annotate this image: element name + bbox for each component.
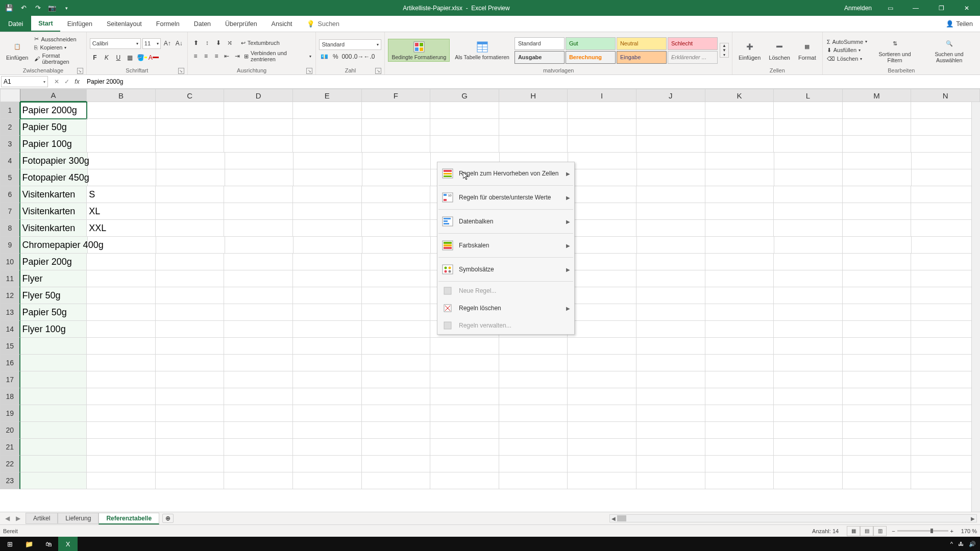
cell[interactable] [20,405,87,422]
cell[interactable] [362,388,431,405]
style-bad[interactable]: Schlecht [668,37,718,50]
cell[interactable] [911,338,980,355]
cell[interactable] [568,439,636,456]
conditional-formatting-button[interactable]: Bedingte Formatierung [388,39,450,62]
cell[interactable] [774,254,843,270]
cell[interactable] [499,355,568,371]
minimize-button[interactable]: — [904,1,927,15]
undo-icon[interactable]: ↶ [19,4,28,12]
cell[interactable] [774,422,843,439]
copy-button[interactable]: ⎘Kopieren▾ [33,44,83,51]
cell[interactable] [87,388,156,405]
cell[interactable] [636,287,705,304]
cell[interactable] [362,119,431,136]
cell[interactable] [499,422,568,439]
cell[interactable] [88,169,157,186]
cell[interactable] [636,119,705,136]
cell[interactable] [705,371,774,388]
cell[interactable] [224,439,293,456]
camera-icon[interactable]: 📷 [48,4,56,12]
cell[interactable] [705,136,774,153]
cell[interactable] [911,136,980,153]
cell[interactable] [843,321,912,338]
cell[interactable] [224,371,293,388]
cell[interactable] [293,338,362,355]
tray-up-icon[interactable]: ^ [950,541,953,547]
redo-icon[interactable]: ↷ [34,4,42,12]
cell[interactable] [87,321,156,338]
row-header[interactable]: 21 [0,439,20,456]
zoom-slider[interactable] [897,530,948,532]
start-button[interactable]: ⊞ [0,537,19,551]
cell[interactable] [843,119,912,136]
cell[interactable] [843,338,912,355]
cell[interactable] [911,439,980,456]
cell[interactable] [568,136,636,153]
row-header[interactable]: 18 [0,388,20,405]
cell[interactable] [843,371,912,388]
cell[interactable] [87,119,156,136]
cell[interactable] [293,270,362,287]
cell[interactable] [224,456,293,472]
cell[interactable] [774,136,843,153]
increase-decimal-button[interactable]: .0→ [353,52,363,62]
border-button[interactable]: ▦ [125,53,135,63]
row-header[interactable]: 1 [0,102,20,119]
format-cells-button[interactable]: ▦Format [795,39,819,62]
column-header-I[interactable]: I [568,89,636,102]
cell[interactable] [87,338,156,355]
cell[interactable] [293,439,362,456]
cell[interactable] [362,203,431,220]
cell[interactable]: Flyer 100g [20,321,87,338]
cell[interactable] [568,203,636,220]
cell-styles-gallery[interactable]: Standard Gut Neutral Schlecht Ausgabe Be… [514,37,718,64]
cell[interactable] [911,422,980,439]
cell[interactable] [705,287,774,304]
cell[interactable] [430,355,499,371]
cell[interactable] [843,405,912,422]
cell[interactable] [293,287,362,304]
cell[interactable] [362,237,431,254]
cell[interactable] [568,237,637,254]
cell[interactable] [87,254,156,270]
enter-formula-icon[interactable]: ✓ [62,78,71,85]
comma-format-button[interactable]: 000 [341,52,352,62]
cell[interactable] [843,422,912,439]
column-header-M[interactable]: M [843,89,912,102]
cell[interactable]: Papier 50g [20,119,87,136]
share-button[interactable]: 👤 Teilen [939,16,980,32]
cell[interactable] [362,169,431,186]
cell[interactable]: Papier 2000g [20,102,87,119]
row-header[interactable]: 14 [0,321,20,338]
cell[interactable] [774,338,843,355]
cell[interactable] [224,203,293,220]
cell[interactable] [224,388,293,405]
cell[interactable]: Visitenkarten [20,203,87,220]
cell[interactable] [293,422,362,439]
zoom-out-button[interactable]: − [892,528,895,534]
cell[interactable] [362,220,431,237]
cell[interactable] [911,472,980,489]
insert-cells-button[interactable]: ➕Einfügen [736,39,764,62]
cell[interactable] [362,270,431,287]
fill-color-button[interactable]: 🪣 [137,53,147,63]
cell[interactable] [430,371,499,388]
cell[interactable] [705,338,774,355]
cell[interactable] [156,220,225,237]
cell[interactable] [568,422,636,439]
vertical-scrollbar[interactable] [971,102,980,512]
cell[interactable] [20,388,87,405]
clipboard-launcher[interactable]: ↘ [77,68,83,74]
cell[interactable] [705,472,774,489]
cell[interactable] [911,102,980,119]
cell[interactable] [224,186,293,203]
cell[interactable] [774,287,843,304]
paste-button[interactable]: 📋 Einfügen [3,39,31,62]
cell[interactable] [88,237,157,254]
cell[interactable] [774,237,843,254]
cell[interactable]: Fotopapier 450g [20,169,88,186]
cell[interactable] [843,439,912,456]
style-standard[interactable]: Standard [514,37,565,50]
align-center-button[interactable]: ≡ [201,51,210,61]
select-all-corner[interactable] [0,89,20,102]
